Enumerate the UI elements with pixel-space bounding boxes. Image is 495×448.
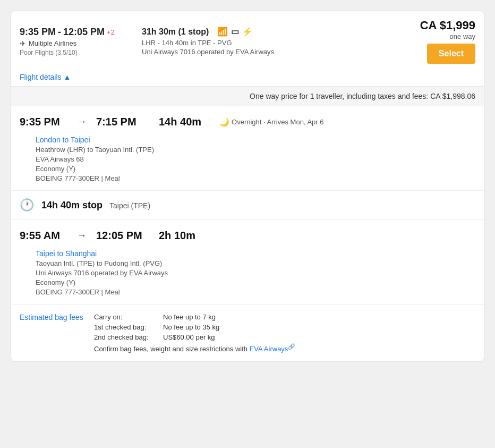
first-bag-value: No fee up to 35 kg	[163, 323, 219, 331]
seg1-aircraft: BOEING 777-300ER | Meal	[36, 174, 475, 182]
moon-icon: 🌙	[219, 117, 229, 127]
segment-2-header: 9:55 AM → 12:05 PM 2h 10m	[20, 230, 475, 242]
flight-header: 9:35 PM - 12:05 PM +2 ✈ Multiple Airline…	[11, 11, 484, 69]
header-right: CA $1,999 one way Select	[420, 19, 475, 64]
header-left: 9:35 PM - 12:05 PM +2 ✈ Multiple Airline…	[20, 27, 126, 56]
seg2-aircraft: BOEING 777-300ER | Meal	[36, 288, 475, 296]
bag-fees-section: Estimated bag fees Carry on: No fee up t…	[11, 305, 484, 361]
seg1-overnight-text: Overnight · Arrives Mon, Apr 6	[232, 118, 323, 126]
second-bag-label: 2nd checked bag:	[94, 333, 163, 341]
operated-by: Uni Airways 7016 operated by EVA Airways	[142, 48, 420, 56]
header-times: 9:35 PM - 12:05 PM +2	[20, 27, 126, 38]
bolt-icon: ⚡	[242, 27, 253, 37]
depart-time: 9:35 PM	[20, 27, 56, 38]
seg2-class: Economy (Y)	[36, 278, 475, 286]
screen-icon: ▭	[231, 27, 239, 37]
airline-name: Multiple Airlines	[29, 39, 76, 47]
flight-details-link[interactable]: Flight details ▲	[20, 73, 71, 81]
seg1-details: London to Taipei Heathrow (LHR) to Taoyu…	[36, 136, 475, 182]
stopover-duration: 14h 40m stop Taipei (TPE)	[41, 200, 150, 211]
seg2-duration: 2h 10m	[159, 230, 195, 242]
seg2-details: Taipei to Shanghai Taoyuan Intl. (TPE) t…	[36, 249, 475, 296]
arrive-time: 12:05 PM	[63, 27, 105, 38]
price-banner: One way price for 1 traveller, including…	[11, 86, 484, 106]
carry-on-label: Carry on:	[94, 313, 163, 321]
flight-details-label: Flight details	[20, 73, 62, 81]
bag-fee-confirm: Confirm bag fees, weight and size restri…	[94, 343, 475, 353]
chevron-up-icon: ▲	[64, 73, 71, 81]
one-way-label: one way	[450, 32, 475, 40]
airline-row: ✈ Multiple Airlines	[20, 39, 126, 48]
eva-airways-link[interactable]: EVA Airways	[250, 345, 288, 353]
seg2-arrow: →	[77, 230, 87, 241]
second-bag-value: US$60.00 per kg	[163, 333, 215, 341]
seg1-route-name: London to Taipei	[36, 136, 475, 144]
confirm-text: Confirm bag fees, weight and size restri…	[94, 345, 248, 353]
price-block: CA $1,999 one way	[420, 19, 475, 40]
seg1-overnight: 🌙 Overnight · Arrives Mon, Apr 6	[219, 117, 323, 127]
bag-fees-label: Estimated bag fees	[20, 313, 94, 353]
seg1-duration: 14h 40m	[159, 116, 201, 128]
seg2-flight: Uni Airways 7016 operated by EVA Airways	[36, 269, 475, 277]
segment-1: 9:35 PM → 7:15 PM 14h 40m 🌙 Overnight · …	[11, 106, 484, 190]
time-separator: -	[58, 27, 61, 38]
plane-icon: ✈	[20, 39, 26, 48]
ext-link-icon: 🔗	[288, 343, 295, 350]
select-button[interactable]: Select	[427, 44, 475, 64]
seg1-flight: EVA Airways 68	[36, 155, 475, 163]
carry-on-row: Carry on: No fee up to 7 kg	[94, 313, 475, 321]
segment-1-header: 9:35 PM → 7:15 PM 14h 40m 🌙 Overnight · …	[20, 116, 475, 128]
seg2-depart: 9:55 AM	[20, 230, 67, 242]
amenity-icons: 📶 ▭ ⚡	[217, 27, 253, 37]
duration-row: 31h 30m (1 stop) 📶 ▭ ⚡	[142, 27, 420, 37]
route-text: LHR - 14h 40m in TPE - PVG	[142, 39, 420, 47]
stopover-row: 🕐 14h 40m stop Taipei (TPE)	[11, 190, 484, 220]
stopover-duration-text: 14h 40m stop	[41, 200, 103, 210]
bag-fees-details: Carry on: No fee up to 7 kg 1st checked …	[94, 313, 475, 353]
carry-on-value: No fee up to 7 kg	[163, 313, 216, 321]
seg1-class: Economy (Y)	[36, 165, 475, 173]
clock-icon: 🕐	[20, 198, 34, 212]
seg2-arrive: 12:05 PM	[96, 230, 144, 242]
first-bag-label: 1st checked bag:	[94, 323, 163, 331]
plus-days: +2	[107, 28, 115, 36]
second-bag-row: 2nd checked bag: US$60.00 per kg	[94, 333, 475, 341]
seg2-airports: Taoyuan Intl. (TPE) to Pudong Intl. (PVG…	[36, 259, 475, 267]
seg2-route-name: Taipei to Shanghai	[36, 249, 475, 258]
seg1-depart: 9:35 PM	[20, 116, 67, 128]
segment-2: 9:55 AM → 12:05 PM 2h 10m Taipei to Shan…	[11, 220, 484, 304]
rating: Poor Flights (3.5/10)	[20, 49, 126, 56]
duration-text: 31h 30m (1 stop)	[142, 27, 209, 37]
flight-details-toggle[interactable]: Flight details ▲	[11, 69, 484, 86]
first-bag-row: 1st checked bag: No fee up to 35 kg	[94, 323, 475, 331]
seg1-airports: Heathrow (LHR) to Taoyuan Intl. (TPE)	[36, 146, 475, 154]
wifi-icon: 📶	[217, 27, 228, 37]
price: CA $1,999	[420, 19, 475, 32]
seg1-arrive: 7:15 PM	[96, 116, 144, 128]
header-middle: 31h 30m (1 stop) 📶 ▭ ⚡ LHR - 14h 40m in …	[126, 27, 420, 56]
flight-card: 9:35 PM - 12:05 PM +2 ✈ Multiple Airline…	[11, 11, 484, 362]
seg1-arrow: →	[77, 116, 87, 128]
stopover-city: Taipei (TPE)	[109, 201, 150, 210]
